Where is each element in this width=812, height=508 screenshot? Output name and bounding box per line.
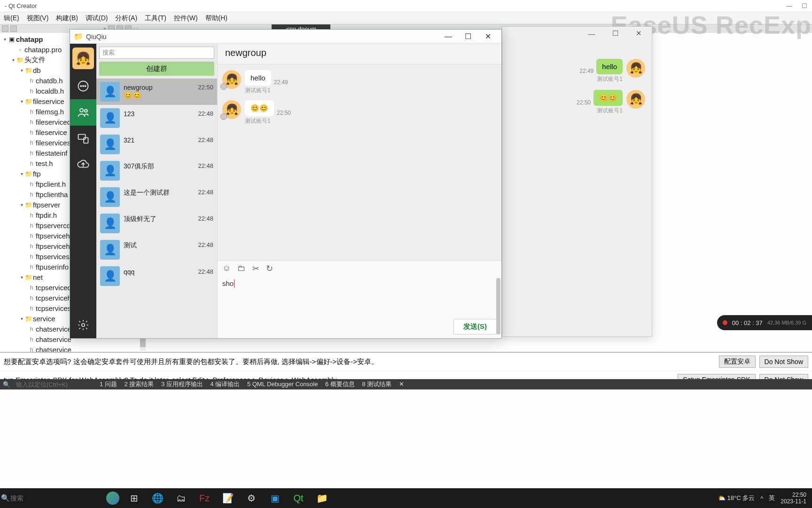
caret-icon[interactable]: ▾ [10,57,16,63]
tb-app-qt[interactable]: Qt [288,490,309,507]
menu-build[interactable]: 构建(B) [54,13,80,24]
chat-titlebar[interactable]: 📁 QiuQiu — ☐ ✕ [70,30,501,44]
menu-analyze[interactable]: 分析(A) [113,13,139,24]
search-input[interactable]: 搜索 [99,47,214,59]
send-button[interactable]: 发送(S) [453,319,497,334]
tree-file[interactable]: ftpuserinfo [36,263,69,271]
status-qml[interactable]: 5 QML Debugger Console [247,381,318,388]
menu-edit[interactable]: 辑(E) [2,13,21,24]
tb-app-chrome[interactable]: 🌐 [147,490,168,507]
tree-ftpserver[interactable]: ftpserver [33,201,60,209]
tree-headers[interactable]: 头文件 [24,56,46,64]
status-compile[interactable]: 4 编译输出 [210,381,240,388]
tree-file[interactable]: ftpservices [36,253,70,261]
tb-back-icon[interactable] [2,25,8,32]
search-icon[interactable]: 🔍 [0,494,10,502]
chat-window-secondary[interactable]: — ☐ ✕ 22:49 hello 测试账号1 👧 22:50 😊😊 测试账号1 [502,26,652,337]
tree-file[interactable]: test.h [36,159,53,167]
composer-input[interactable]: sho [218,277,501,319]
status-search[interactable]: 2 搜索结果 [124,381,154,388]
tree-file[interactable]: ftpclient.h [36,180,66,188]
tree-net[interactable]: net [33,273,43,281]
tree-ftp[interactable]: ftp [33,170,41,178]
tb-app-todesk[interactable]: ▣ [264,490,286,507]
status-close-icon[interactable]: ✕ [399,381,404,388]
tray-chevron-icon[interactable]: ^ [760,495,763,502]
tb-app-notes[interactable]: 📝 [217,490,239,507]
tree-file[interactable]: fileserviced [36,118,71,126]
tb-app-qiuqiu[interactable]: 📁 [311,490,333,507]
caret-icon[interactable]: ▾ [19,171,24,176]
nav-upload-icon[interactable] [70,152,96,178]
menu-view[interactable]: 视图(V) [25,13,51,24]
tree-file[interactable]: ftpdir.h [36,211,57,219]
conv-item[interactable]: 👤 这是一个测试群22:48 [96,184,217,210]
cw2-titlebar[interactable]: — ☐ ✕ [502,27,652,40]
tray-ime[interactable]: 英 [769,494,775,502]
nav-contacts-icon[interactable] [70,99,96,126]
conv-item[interactable]: 👤 307俱乐部22:48 [96,158,217,184]
tree-file[interactable]: ftpservercd [36,222,70,230]
caret-icon[interactable]: ▾ [19,316,24,321]
caret-icon[interactable]: ▾ [19,99,24,104]
chat-window[interactable]: 📁 QiuQiu — ☐ ✕ 👧 [70,29,502,339]
qt-max-icon[interactable]: ☐ [802,2,807,9]
tree-file[interactable]: filemsg.h [36,108,64,116]
status-test[interactable]: 8 测试结果 [362,381,392,388]
menu-debug[interactable]: 调试(D) [84,13,109,24]
tree-fileservice[interactable]: fileservice [33,97,64,105]
status-general[interactable]: 6 概要信息 [325,381,355,388]
conv-item[interactable]: 👤 顶级鲜无了22:48 [96,210,217,237]
donotshow-android-button[interactable]: Do Not Show [759,356,808,368]
locator-input[interactable] [13,381,93,388]
conv-item[interactable]: 👤 12322:48 [96,105,217,131]
nav-chat-icon[interactable] [70,73,96,99]
tray-weather[interactable]: ⛅ 18°C 多云 [718,494,755,502]
menu-tools[interactable]: 工具(T) [143,13,168,24]
nav-devices-icon[interactable] [70,126,96,152]
tree-file[interactable]: fileservice [36,128,67,136]
maximize-icon[interactable]: ☐ [606,29,625,38]
history-icon[interactable]: ↻ [266,263,273,274]
minimize-icon[interactable]: — [582,30,601,38]
caret-icon[interactable]: ▾ [19,275,24,280]
tb-fwd-icon[interactable] [10,25,17,32]
caret-icon[interactable]: ▾ [19,202,24,207]
tree-root[interactable]: chatapp [16,35,43,43]
folder-icon[interactable]: 🗀 [237,263,246,274]
close-icon[interactable]: ✕ [629,29,648,38]
composer-scrollbar[interactable] [496,278,500,334]
caret-icon[interactable]: ▾ [2,37,8,42]
tree-file[interactable]: tcpserviced [36,284,71,292]
conv-item[interactable]: 👤 newgroup22:50 😊😊 [96,79,217,105]
tree-file[interactable]: tcpserviceh [36,294,71,302]
minimize-icon[interactable]: — [438,30,458,43]
close-icon[interactable]: ✕ [478,30,498,43]
user-avatar[interactable]: 👧 [72,48,94,69]
status-issues[interactable]: 1 问题 [100,381,117,388]
maximize-icon[interactable]: ☐ [458,30,478,43]
configure-android-button[interactable]: 配置安卓 [719,356,756,368]
tree-file[interactable]: chatservice [36,325,71,333]
status-appout[interactable]: 3 应用程序输出 [161,381,203,388]
caret-icon[interactable]: ▾ [19,68,24,73]
message-list[interactable]: 👧 hello 22:49 测试账号1 👧 😊😊 22: [218,64,501,260]
conversation-list[interactable]: 👤 newgroup22:50 😊😊 👤 12322:48 👤 32122:48… [96,79,217,338]
conv-item[interactable]: 👤 qqq22:48 [96,263,217,289]
create-group-button[interactable]: 创建群 [99,62,214,76]
tree-db[interactable]: db [33,66,41,74]
tb-app-taskview[interactable]: ⊞ [123,490,145,507]
tree-file[interactable]: ftpserviceh [36,242,70,250]
tree-file[interactable]: tcpservices [36,304,71,312]
emoji-icon[interactable]: ☺ [222,263,231,274]
tree-file[interactable]: localdb.h [36,87,64,95]
conv-item[interactable]: 👤 测试22:48 [96,237,217,263]
tb-app-explorer[interactable]: 🗂 [170,490,192,507]
tree-pro[interactable]: chatapp.pro [24,46,62,54]
conv-item[interactable]: 👤 32122:48 [96,131,217,158]
tb-app-copilot[interactable] [106,492,119,505]
tb-app-settings[interactable]: ⚙ [241,490,262,507]
tree-file[interactable]: chatdb.h [36,77,63,85]
tree-file[interactable]: ftpserviceh [36,232,70,240]
qt-min-icon[interactable]: — [786,2,792,9]
